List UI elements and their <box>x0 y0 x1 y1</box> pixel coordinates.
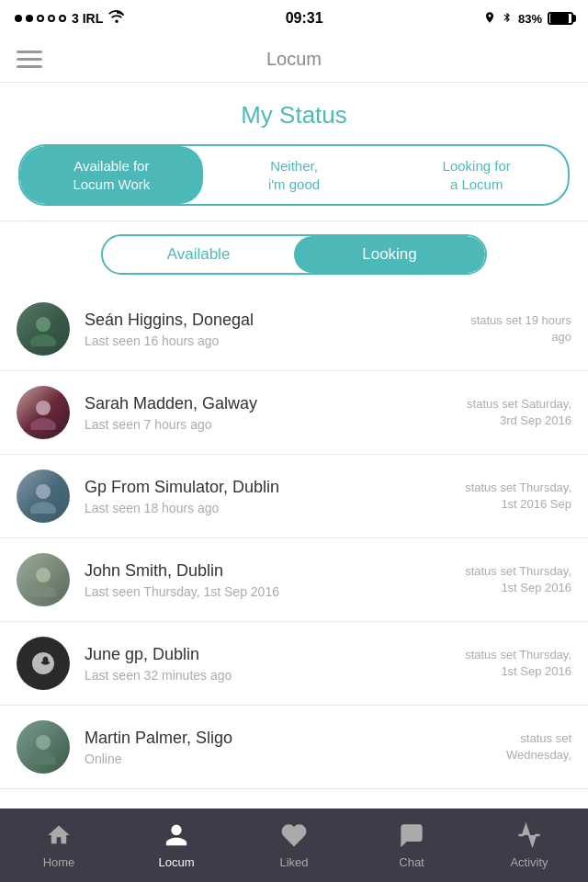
svg-point-1 <box>30 334 56 346</box>
user-name-4: June gp, Dublin <box>85 645 452 664</box>
user-info-2: Gp From Simulator, Dublin Last seen 18 h… <box>85 478 452 515</box>
tab-looking[interactable]: Looking <box>294 236 485 273</box>
user-name-0: Seán Higgins, Donegal <box>85 311 452 330</box>
wifi-icon <box>108 10 125 27</box>
nav-label-locum: Locum <box>158 855 194 869</box>
battery-icon <box>548 12 573 25</box>
battery-percent: 83% <box>518 12 542 26</box>
user-info-0: Seán Higgins, Donegal Last seen 16 hours… <box>85 311 452 348</box>
avatar-0 <box>17 302 70 356</box>
page-title: My Status <box>0 83 588 144</box>
status-option-looking-for-locum[interactable]: Looking fora Locum <box>385 146 568 204</box>
top-nav: Locum <box>0 37 588 83</box>
svg-point-0 <box>36 317 51 332</box>
user-info-4: June gp, Dublin Last seen 32 minutes ago <box>85 645 452 683</box>
battery-fill <box>550 14 569 23</box>
nav-item-chat[interactable]: Chat <box>353 808 470 882</box>
carrier-label: 3 IRL <box>72 11 103 26</box>
user-seen-2: Last seen 18 hours ago <box>85 501 452 515</box>
dot-1 <box>15 15 22 22</box>
filter-tabs: Available Looking <box>0 221 588 288</box>
user-name-5: Martin Palmer, Sligo <box>85 729 452 748</box>
user-seen-0: Last seen 16 hours ago <box>85 334 452 348</box>
user-info-1: Sarah Madden, Galway Last seen 7 hours a… <box>85 394 452 432</box>
user-item-3[interactable]: John Smith, Dublin Last seen Thursday, 1… <box>0 538 588 622</box>
hamburger-line-2 <box>17 58 42 61</box>
person-icon <box>164 822 189 852</box>
nav-item-locum[interactable]: Locum <box>118 808 235 882</box>
svg-point-4 <box>36 484 51 499</box>
status-option-available-for-locum[interactable]: Available forLocum Work <box>20 146 203 204</box>
user-status-time-4: status set Thursday, 1st Sep 2016 <box>452 647 571 680</box>
status-left: 3 IRL <box>15 10 125 27</box>
hamburger-line-1 <box>17 51 42 53</box>
user-seen-5: Online <box>85 752 452 766</box>
svg-point-9 <box>30 752 56 764</box>
chat-icon <box>399 822 424 852</box>
nav-label-chat: Chat <box>399 855 424 869</box>
nav-label-activity: Activity <box>510 855 548 869</box>
user-status-time-5: status set Wednesday, <box>452 730 571 763</box>
avatar-4 <box>17 637 70 690</box>
activity-icon <box>516 822 542 852</box>
status-bar: 3 IRL 09:31 83% <box>0 0 588 37</box>
home-icon <box>46 822 72 852</box>
user-item-1[interactable]: Sarah Madden, Galway Last seen 7 hours a… <box>0 371 588 455</box>
user-seen-3: Last seen Thursday, 1st Sep 2016 <box>85 584 452 599</box>
nav-label-home: Home <box>43 855 75 869</box>
user-seen-4: Last seen 32 minutes ago <box>85 668 452 683</box>
status-option-neither[interactable]: Neither,i'm good <box>203 146 386 204</box>
dot-5 <box>59 15 66 22</box>
tab-available[interactable]: Available <box>103 236 294 273</box>
svg-point-12 <box>413 831 415 833</box>
user-status-time-0: status set 19 hours ago <box>452 312 571 345</box>
user-name-3: John Smith, Dublin <box>85 561 452 581</box>
svg-point-6 <box>36 568 51 582</box>
avatar-5 <box>17 720 70 774</box>
bluetooth-icon <box>502 11 513 27</box>
dot-3 <box>37 15 44 22</box>
location-icon <box>483 11 496 27</box>
svg-point-10 <box>407 831 409 833</box>
status-selector: Available forLocum Work Neither,i'm good… <box>0 144 588 220</box>
hamburger-menu[interactable] <box>17 51 42 68</box>
signal-dots <box>15 15 66 22</box>
nav-item-home[interactable]: Home <box>0 808 118 882</box>
user-item-5[interactable]: Martin Palmer, Sligo Online status set W… <box>0 706 588 789</box>
bottom-nav: Home Locum Liked Chat Activity <box>0 808 588 882</box>
hamburger-line-3 <box>17 65 42 68</box>
user-name-2: Gp From Simulator, Dublin <box>85 478 452 497</box>
svg-point-3 <box>30 418 56 430</box>
user-name-1: Sarah Madden, Galway <box>85 394 452 413</box>
status-right: 83% <box>483 11 573 27</box>
heart-icon <box>281 822 307 852</box>
user-info-3: John Smith, Dublin Last seen Thursday, 1… <box>85 561 452 599</box>
filter-tabs-inner: Available Looking <box>101 234 487 275</box>
svg-point-2 <box>36 401 51 415</box>
nav-label-liked: Liked <box>279 855 308 869</box>
dot-2 <box>26 15 33 22</box>
user-list: Seán Higgins, Donegal Last seen 16 hours… <box>0 288 588 846</box>
svg-point-8 <box>36 735 51 750</box>
user-status-time-3: status set Thursday, 1st Sep 2016 <box>452 563 571 596</box>
user-item-2[interactable]: Gp From Simulator, Dublin Last seen 18 h… <box>0 455 588 538</box>
user-status-time-2: status set Thursday, 1st 2016 Sep <box>452 480 571 513</box>
app-title: Locum <box>266 49 322 70</box>
nav-item-activity[interactable]: Activity <box>470 808 588 882</box>
user-info-5: Martin Palmer, Sligo Online <box>85 729 452 766</box>
dot-4 <box>48 15 55 22</box>
status-selector-inner: Available forLocum Work Neither,i'm good… <box>18 144 570 206</box>
svg-point-11 <box>411 831 413 833</box>
user-seen-1: Last seen 7 hours ago <box>85 417 452 432</box>
avatar-2 <box>17 469 70 523</box>
svg-point-7 <box>30 585 56 597</box>
avatar-1 <box>17 386 70 439</box>
user-item-0[interactable]: Seán Higgins, Donegal Last seen 16 hours… <box>0 288 588 371</box>
user-item-4[interactable]: June gp, Dublin Last seen 32 minutes ago… <box>0 622 588 706</box>
svg-point-5 <box>30 502 56 514</box>
avatar-3 <box>17 553 70 606</box>
user-status-time-1: status set Saturday, 3rd Sep 2016 <box>452 396 571 429</box>
nav-item-liked[interactable]: Liked <box>235 808 353 882</box>
status-time: 09:31 <box>286 10 323 27</box>
